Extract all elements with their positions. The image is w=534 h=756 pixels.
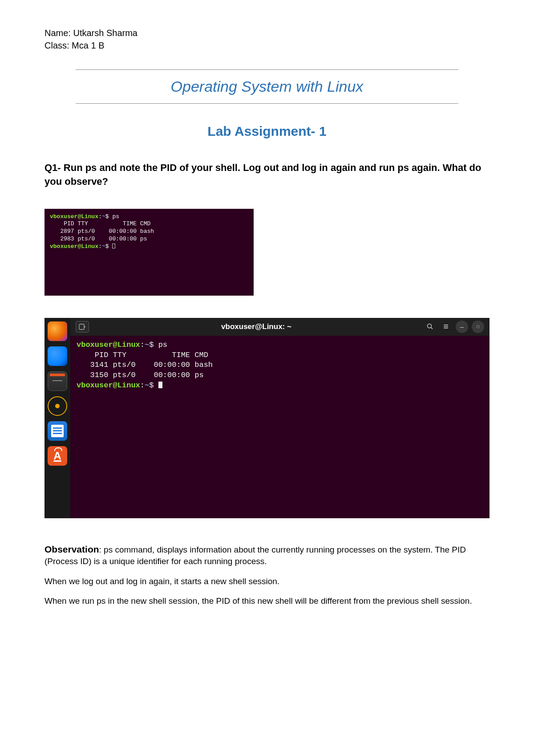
terminal1-user: vboxuser@Linux (50, 213, 98, 220)
libreoffice-writer-icon[interactable] (48, 421, 67, 441)
observation-label: Observation (44, 544, 99, 554)
document-title: Operating System with Linux (76, 73, 458, 101)
files-icon[interactable] (48, 371, 67, 391)
terminal2-prompt-idle: vboxuser@Linux:~$ (77, 381, 483, 391)
terminal2-command: ps (158, 341, 167, 349)
observation-text-2: When we log out and log in again, it sta… (44, 576, 490, 588)
search-icon (427, 323, 433, 330)
divider-bottom (76, 103, 458, 104)
student-class: Class: Mca 1 B (44, 39, 490, 52)
terminal-title: vboxuser@Linux: ~ (93, 322, 419, 331)
menu-button[interactable]: ≡ (440, 321, 452, 333)
minimize-button[interactable]: – (456, 321, 468, 333)
hamburger-icon: ≡ (443, 321, 449, 332)
terminal1-command: ps (112, 213, 119, 220)
minimize-icon: – (460, 323, 464, 330)
divider-top (76, 69, 458, 70)
svg-rect-0 (79, 324, 84, 329)
student-name: Name: Utkarsh Sharma (44, 27, 490, 39)
maximize-icon: □ (477, 324, 479, 329)
new-tab-icon (79, 324, 86, 330)
thunderbird-icon[interactable] (48, 346, 67, 366)
observation-section: Observation: ps command, displays inform… (44, 543, 490, 607)
svg-point-3 (427, 324, 431, 328)
firefox-icon[interactable] (48, 321, 67, 341)
svg-line-4 (431, 328, 433, 329)
terminal2-prompt-line: vboxuser@Linux:~$ ps (77, 340, 483, 350)
desktop-screenshot-2: A vboxuser@Linux: ~ (44, 318, 490, 518)
new-tab-button[interactable] (76, 321, 89, 333)
student-header: Name: Utkarsh Sharma Class: Mca 1 B (44, 27, 490, 52)
maximize-button[interactable]: □ (472, 321, 484, 333)
question-label: Q1- (44, 162, 61, 173)
terminal-titlebar: vboxuser@Linux: ~ ≡ – □ (70, 318, 490, 336)
rhythmbox-icon[interactable] (48, 396, 67, 416)
observation-text-1: : ps command, displays information about… (44, 545, 466, 566)
search-button[interactable] (424, 321, 436, 333)
cursor-icon (112, 244, 115, 248)
title-section: Operating System with Linux (76, 69, 458, 104)
terminal1-prompt-idle: vboxuser@Linux:~$ (50, 243, 248, 251)
terminal2-user: vboxuser@Linux (77, 341, 140, 349)
ubuntu-software-icon[interactable]: A (48, 446, 67, 466)
terminal-screenshot-1: vboxuser@Linux:~$ ps PID TTY TIME CMD 28… (44, 209, 254, 296)
terminal-window: vboxuser@Linux: ~ ≡ – □ (70, 318, 490, 518)
terminal1-path: ~ (102, 213, 105, 220)
question-1: Q1- Run ps and note the PID of your shel… (44, 161, 490, 189)
cursor-icon (158, 382, 162, 388)
ubuntu-dock: A (44, 318, 70, 518)
lab-assignment-title: Lab Assignment- 1 (44, 124, 490, 139)
observation-text-3: When we run ps in the new shell session,… (44, 595, 490, 607)
question-text: Run ps and note the PID of your shell. L… (44, 162, 481, 187)
terminal2-output: PID TTY TIME CMD 3141 pts/0 00:00:00 bas… (77, 350, 483, 381)
terminal2-path: ~ (145, 341, 149, 349)
terminal2-body: vboxuser@Linux:~$ ps PID TTY TIME CMD 31… (70, 336, 490, 518)
terminal1-prompt-line: vboxuser@Linux:~$ ps (50, 213, 248, 221)
terminal1-output: PID TTY TIME CMD 2897 pts/0 00:00:00 bas… (50, 220, 248, 243)
